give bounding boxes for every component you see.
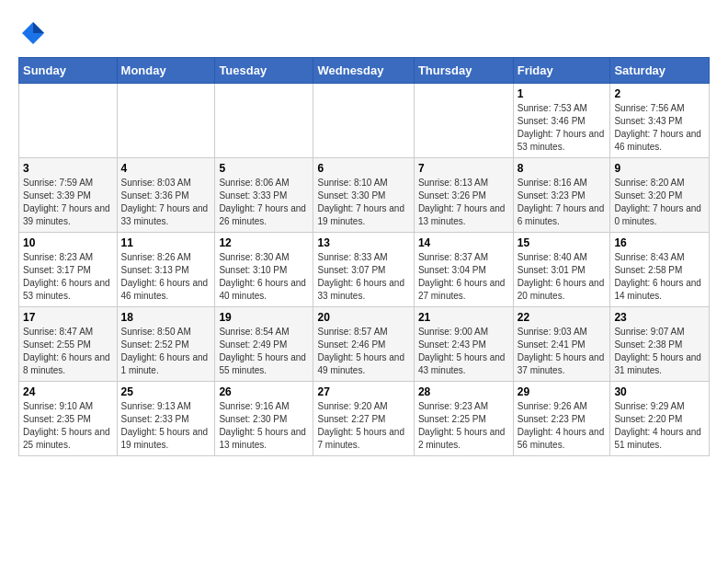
- day-number: 14: [418, 236, 509, 249]
- calendar-cell: 3Sunrise: 7:59 AM Sunset: 3:39 PM Daylig…: [19, 158, 118, 233]
- calendar-table: SundayMondayTuesdayWednesdayThursdayFrid…: [18, 57, 710, 456]
- day-info: Sunrise: 8:23 AM Sunset: 3:17 PM Dayligh…: [23, 251, 113, 303]
- weekday-header-saturday: Saturday: [610, 58, 710, 84]
- day-info: Sunrise: 8:57 AM Sunset: 2:46 PM Dayligh…: [317, 326, 409, 377]
- day-info: Sunrise: 8:10 AM Sunset: 3:30 PM Dayligh…: [317, 177, 409, 228]
- day-number: 13: [317, 236, 409, 249]
- calendar-cell: 10Sunrise: 8:23 AM Sunset: 3:17 PM Dayli…: [19, 233, 118, 307]
- day-number: 26: [219, 385, 309, 398]
- day-number: 27: [317, 385, 409, 398]
- calendar-cell: 1Sunrise: 7:53 AM Sunset: 3:46 PM Daylig…: [513, 84, 610, 158]
- calendar-cell: 17Sunrise: 8:47 AM Sunset: 2:55 PM Dayli…: [19, 307, 118, 382]
- calendar-cell: 20Sunrise: 8:57 AM Sunset: 2:46 PM Dayli…: [313, 307, 414, 382]
- calendar-cell: 14Sunrise: 8:37 AM Sunset: 3:04 PM Dayli…: [414, 233, 513, 307]
- calendar-cell: 11Sunrise: 8:26 AM Sunset: 3:13 PM Dayli…: [117, 233, 215, 307]
- day-number: 24: [23, 385, 113, 398]
- day-number: 7: [418, 162, 509, 175]
- day-number: 8: [518, 162, 607, 175]
- day-number: 11: [121, 236, 211, 249]
- calendar-cell: 2Sunrise: 7:56 AM Sunset: 3:43 PM Daylig…: [610, 84, 710, 158]
- day-number: 10: [23, 236, 113, 249]
- day-info: Sunrise: 8:20 AM Sunset: 3:20 PM Dayligh…: [614, 177, 705, 228]
- calendar-cell: 8Sunrise: 8:16 AM Sunset: 3:23 PM Daylig…: [513, 158, 610, 233]
- calendar-cell: 7Sunrise: 8:13 AM Sunset: 3:26 PM Daylig…: [414, 158, 513, 233]
- calendar-cell: 6Sunrise: 8:10 AM Sunset: 3:30 PM Daylig…: [313, 158, 414, 233]
- day-info: Sunrise: 8:06 AM Sunset: 3:33 PM Dayligh…: [219, 177, 309, 228]
- day-number: 6: [317, 162, 409, 175]
- calendar-cell: [313, 84, 414, 158]
- weekday-header-wednesday: Wednesday: [313, 58, 414, 84]
- day-number: 4: [121, 162, 211, 175]
- weekday-header-thursday: Thursday: [414, 58, 513, 84]
- calendar-cell: 9Sunrise: 8:20 AM Sunset: 3:20 PM Daylig…: [610, 158, 710, 233]
- svg-marker-1: [33, 22, 44, 33]
- day-info: Sunrise: 9:26 AM Sunset: 2:23 PM Dayligh…: [518, 400, 607, 452]
- calendar-cell: [19, 84, 118, 158]
- day-number: 29: [518, 385, 607, 398]
- day-number: 30: [614, 385, 705, 398]
- day-number: 12: [219, 236, 309, 249]
- day-number: 22: [518, 311, 607, 324]
- weekday-header-monday: Monday: [117, 58, 215, 84]
- calendar-cell: 18Sunrise: 8:50 AM Sunset: 2:52 PM Dayli…: [117, 307, 215, 382]
- day-number: 18: [121, 311, 211, 324]
- logo: [18, 18, 51, 48]
- weekday-header-sunday: Sunday: [19, 58, 118, 84]
- calendar-cell: 16Sunrise: 8:43 AM Sunset: 2:58 PM Dayli…: [610, 233, 710, 307]
- day-number: 1: [518, 87, 607, 100]
- calendar-cell: 29Sunrise: 9:26 AM Sunset: 2:23 PM Dayli…: [513, 382, 610, 456]
- calendar-cell: 12Sunrise: 8:30 AM Sunset: 3:10 PM Dayli…: [215, 233, 313, 307]
- day-info: Sunrise: 8:26 AM Sunset: 3:13 PM Dayligh…: [121, 251, 211, 303]
- day-info: Sunrise: 9:29 AM Sunset: 2:20 PM Dayligh…: [614, 400, 705, 452]
- day-info: Sunrise: 9:13 AM Sunset: 2:33 PM Dayligh…: [121, 400, 211, 452]
- calendar-cell: [117, 84, 215, 158]
- calendar-cell: 28Sunrise: 9:23 AM Sunset: 2:25 PM Dayli…: [414, 382, 513, 456]
- calendar-cell: 13Sunrise: 8:33 AM Sunset: 3:07 PM Dayli…: [313, 233, 414, 307]
- day-info: Sunrise: 8:37 AM Sunset: 3:04 PM Dayligh…: [418, 251, 509, 303]
- day-number: 5: [219, 162, 309, 175]
- day-info: Sunrise: 8:03 AM Sunset: 3:36 PM Dayligh…: [121, 177, 211, 228]
- day-number: 15: [518, 236, 607, 249]
- day-number: 3: [23, 162, 113, 175]
- day-info: Sunrise: 7:56 AM Sunset: 3:43 PM Dayligh…: [614, 102, 705, 154]
- calendar-cell: 5Sunrise: 8:06 AM Sunset: 3:33 PM Daylig…: [215, 158, 313, 233]
- calendar-cell: 21Sunrise: 9:00 AM Sunset: 2:43 PM Dayli…: [414, 307, 513, 382]
- day-info: Sunrise: 8:33 AM Sunset: 3:07 PM Dayligh…: [317, 251, 409, 303]
- day-number: 21: [418, 311, 509, 324]
- day-info: Sunrise: 8:50 AM Sunset: 2:52 PM Dayligh…: [121, 326, 211, 377]
- calendar-cell: 22Sunrise: 9:03 AM Sunset: 2:41 PM Dayli…: [513, 307, 610, 382]
- day-info: Sunrise: 9:20 AM Sunset: 2:27 PM Dayligh…: [317, 400, 409, 452]
- day-info: Sunrise: 9:10 AM Sunset: 2:35 PM Dayligh…: [23, 400, 113, 452]
- weekday-header-friday: Friday: [513, 58, 610, 84]
- day-info: Sunrise: 9:23 AM Sunset: 2:25 PM Dayligh…: [418, 400, 509, 452]
- calendar-cell: 27Sunrise: 9:20 AM Sunset: 2:27 PM Dayli…: [313, 382, 414, 456]
- day-info: Sunrise: 8:16 AM Sunset: 3:23 PM Dayligh…: [518, 177, 607, 228]
- day-info: Sunrise: 7:59 AM Sunset: 3:39 PM Dayligh…: [23, 177, 113, 228]
- calendar-cell: 24Sunrise: 9:10 AM Sunset: 2:35 PM Dayli…: [19, 382, 118, 456]
- calendar-cell: [414, 84, 513, 158]
- day-info: Sunrise: 8:47 AM Sunset: 2:55 PM Dayligh…: [23, 326, 113, 377]
- calendar-cell: 15Sunrise: 8:40 AM Sunset: 3:01 PM Dayli…: [513, 233, 610, 307]
- day-number: 23: [614, 311, 705, 324]
- calendar-cell: 19Sunrise: 8:54 AM Sunset: 2:49 PM Dayli…: [215, 307, 313, 382]
- calendar-cell: 26Sunrise: 9:16 AM Sunset: 2:30 PM Dayli…: [215, 382, 313, 456]
- day-number: 28: [418, 385, 509, 398]
- calendar-cell: 4Sunrise: 8:03 AM Sunset: 3:36 PM Daylig…: [117, 158, 215, 233]
- day-info: Sunrise: 8:40 AM Sunset: 3:01 PM Dayligh…: [518, 251, 607, 303]
- day-info: Sunrise: 8:13 AM Sunset: 3:26 PM Dayligh…: [418, 177, 509, 228]
- day-number: 9: [614, 162, 705, 175]
- day-info: Sunrise: 9:03 AM Sunset: 2:41 PM Dayligh…: [518, 326, 607, 377]
- calendar-cell: 25Sunrise: 9:13 AM Sunset: 2:33 PM Dayli…: [117, 382, 215, 456]
- weekday-header-tuesday: Tuesday: [215, 58, 313, 84]
- day-info: Sunrise: 7:53 AM Sunset: 3:46 PM Dayligh…: [518, 102, 607, 154]
- day-info: Sunrise: 9:07 AM Sunset: 2:38 PM Dayligh…: [614, 326, 705, 377]
- calendar-cell: 23Sunrise: 9:07 AM Sunset: 2:38 PM Dayli…: [610, 307, 710, 382]
- day-number: 19: [219, 311, 309, 324]
- day-number: 16: [614, 236, 705, 249]
- day-number: 20: [317, 311, 409, 324]
- day-info: Sunrise: 8:30 AM Sunset: 3:10 PM Dayligh…: [219, 251, 309, 303]
- day-number: 2: [614, 87, 705, 100]
- logo-icon: [18, 18, 48, 48]
- page-header: [18, 18, 710, 48]
- day-number: 17: [23, 311, 113, 324]
